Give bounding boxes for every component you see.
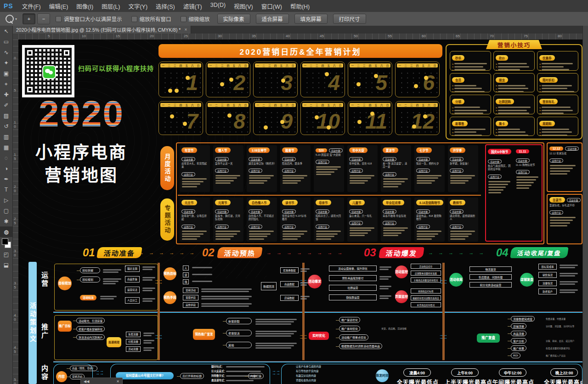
weekday: 二 [404, 64, 407, 68]
shape-tool[interactable]: ▢ [0, 205, 12, 216]
christmas-title: 圣诞节 [549, 197, 565, 203]
bullet-icon: » [452, 109, 453, 111]
menu-item-0[interactable]: 文件(F) [18, 2, 45, 11]
zoom-tool-icon[interactable] [6, 15, 14, 23]
zoom-in-button[interactable]: + [23, 13, 35, 24]
activity-theme: 爱你不止这一天 [215, 162, 242, 165]
menu-item-5[interactable]: 选择(S) [152, 2, 179, 11]
qr-caption: 扫码可以获得小程序扶持 [78, 63, 154, 73]
blur-tool[interactable]: ◌ [0, 152, 12, 163]
menu-item-10[interactable]: 帮助(H) [286, 2, 314, 11]
option-button-1[interactable]: 适合屏幕 [256, 14, 289, 24]
special-card-8: 教师节活动主题感念师恩，最想感谢的人适用行业 [448, 198, 478, 242]
tip-bullet: » [496, 128, 532, 130]
healing-brush-tool[interactable]: ✚ [0, 89, 12, 100]
theme-tag: 活动主题 [516, 158, 530, 163]
menu-item-8[interactable]: 视图(V) [230, 2, 257, 11]
weekday: 三 [221, 64, 224, 68]
history-brush-tool[interactable]: ↺ [0, 121, 12, 131]
weekday: 四 [369, 103, 372, 107]
dodge-tool[interactable]: ◑ [0, 163, 12, 174]
gradient-tool[interactable]: ▦ [0, 142, 12, 152]
activity-title: 教师节 [450, 200, 465, 205]
marquee-tool[interactable]: ▭ [0, 36, 12, 47]
calendar-weekday-row: 一二三四五六日 [397, 103, 438, 107]
screen-mode-icon[interactable]: ⬓ [0, 260, 12, 270]
flow-box: 微信群运营 [329, 294, 377, 300]
calendar-month-1: 一二三四五六日1 [158, 62, 203, 97]
menu-item-9[interactable]: 窗口(W) [257, 2, 286, 11]
menu-item-7[interactable]: 3D(D) [206, 2, 230, 11]
weekday: 四 [227, 103, 230, 107]
clone-stamp-tool[interactable]: ▨ [0, 110, 12, 121]
zoom-tool[interactable]: ◍ [0, 226, 12, 237]
tip-bullet: » [452, 113, 489, 114]
holiday-item-1: 11.11活动主题11.11 购物狂欢节适用行业 [514, 145, 542, 241]
chevron-down-icon[interactable]: ▾ [15, 17, 17, 21]
activity-title: 踏青节 [282, 147, 298, 153]
menu-item-2[interactable]: 图像(I) [72, 2, 97, 11]
type-tool[interactable]: T [0, 184, 12, 195]
menu-item-6[interactable]: 滤镜(T) [179, 2, 206, 11]
eyedropper-tool[interactable]: ⌖ [0, 79, 12, 89]
pen-tool[interactable]: ✒ [0, 174, 12, 184]
brush-tool[interactable]: ✐ [0, 100, 12, 110]
weekday: 日 [339, 64, 342, 68]
close-icon[interactable]: × [184, 27, 187, 32]
menu-item-4[interactable]: 文字(Y) [124, 2, 152, 11]
checkbox-label: 缩放所有窗口 [140, 15, 171, 23]
magic-wand-tool[interactable]: ✦ [0, 57, 12, 68]
weekday: 五 [280, 64, 283, 68]
activity-theme: 集福卡、猜灯谜，元宵狂欢购 [215, 215, 242, 221]
option-button-3[interactable]: 打印尺寸 [333, 14, 366, 24]
monthly-card-3: 踏青节活动主题阳春四月，踏青季适用行业 [280, 145, 311, 192]
flow-box: 免费流量 [126, 332, 141, 337]
option-checkbox-0[interactable]: 调整窗口大小以满屏显示 [56, 15, 122, 23]
headline-type: 列举数字式： [211, 374, 226, 378]
close-icon[interactable]: ✕ [116, 379, 119, 384]
menu-item-3[interactable]: 图层(L) [97, 2, 124, 11]
calendar-weekday-row: 一二三四五六日 [397, 63, 438, 68]
monthly-card-1: 情人节活动主题爱你不止这一天适用行业 [213, 145, 243, 192]
activity-title: 毕业狂欢季 [383, 200, 404, 205]
eraser-tool[interactable]: ▥ [0, 131, 12, 142]
theme-tag: 活动主题 [249, 157, 262, 161]
option-checkbox-1[interactable]: 缩放所有窗口 [131, 15, 171, 23]
tip-card-label: 周期购 [539, 121, 555, 126]
path-select-tool[interactable]: ▷ [0, 195, 12, 205]
monthly-card-0: 年货节活动主题迎年货大礼，年货囤起来适用行业 [180, 145, 210, 192]
flow-box: 主推商品流量及转化情况 [411, 277, 441, 282]
poster-title-line1: 小程序电商 [18, 139, 144, 164]
document-tab[interactable]: 2020小程序电商营销地图.jpg @ 12.5% (扫码可以获得小程序扶持, … [12, 26, 191, 34]
lasso-tool[interactable]: ∿ [0, 47, 12, 57]
activity-title: 8.18发烧购物节 [416, 200, 443, 205]
ruler-tick: 15 [13, 152, 17, 161]
document-canvas[interactable]: 扫码可以获得小程序扶持 2020 小程序电商 营销地图 2020营销日历&全年营… [18, 40, 582, 384]
time-label: 全天曝光最低点 [397, 378, 439, 384]
menu-item-1[interactable]: 编辑(E) [45, 2, 73, 11]
hand-tool[interactable]: ✱ [0, 216, 12, 226]
tip-bullet: » [452, 131, 489, 133]
foreground-color-swatch[interactable] [2, 238, 8, 245]
option-checkbox-2[interactable]: 细微缩放 [181, 15, 210, 23]
color-swatches[interactable] [0, 237, 12, 249]
option-button-0[interactable]: 实际像素 [217, 14, 250, 24]
option-button-2[interactable]: 填充屏幕 [294, 14, 328, 24]
monthly-card-2: 3.08女神节活动主题遇见女神之际（她经济）适用行业 [247, 145, 277, 192]
bullet-icon: » [496, 113, 497, 114]
zoom-out-button[interactable]: − [37, 13, 50, 24]
tip-bullet: » [452, 107, 489, 108]
bullet-icon: » [496, 66, 497, 68]
crop-tool[interactable]: ▣ [0, 68, 12, 79]
quick-mask-icon[interactable]: ◰ [0, 249, 12, 260]
collapse-icon[interactable]: ◀◀ [84, 379, 89, 384]
activity-theme: 5.20 因爱就“爱”大促销 [316, 153, 342, 157]
bullet-icon: » [452, 113, 453, 114]
theme-tag: 活动主题 [383, 209, 396, 214]
bullet-icon: » [496, 128, 497, 130]
bullet-icon: » [539, 109, 541, 111]
tip-bullet: » [496, 107, 532, 108]
theme-tag: 活动主题 [450, 209, 464, 214]
phase-number-04: 04 [496, 246, 509, 259]
move-tool[interactable]: ↖ [0, 26, 12, 36]
